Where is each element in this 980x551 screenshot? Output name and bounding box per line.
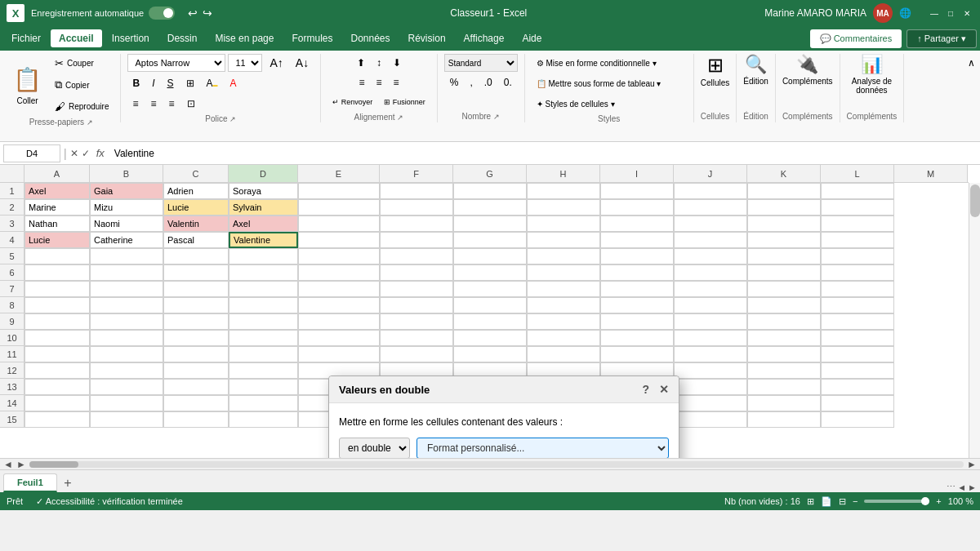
horizontal-scrollbar[interactable] <box>29 461 964 468</box>
mise-en-forme-conditionnelle-button[interactable]: ⚙ Mise en forme conditionnelle ▾ <box>532 54 687 72</box>
cell-c4[interactable]: Pascal <box>163 232 229 248</box>
menu-affichage[interactable]: Affichage <box>456 29 513 47</box>
decrease-decimal-button[interactable]: 0. <box>499 73 517 91</box>
cell-i1[interactable] <box>600 183 674 199</box>
horizontal-scrollbar-thumb[interactable] <box>29 461 78 468</box>
text-align-left-button[interactable]: ≡ <box>354 73 369 91</box>
cell-l4[interactable] <box>821 232 894 248</box>
percent-button[interactable]: % <box>445 73 464 91</box>
increase-decimal-button[interactable]: .0 <box>479 73 497 91</box>
cell-h1[interactable] <box>527 183 600 199</box>
cell-k3[interactable] <box>747 216 821 232</box>
cell-j1[interactable] <box>674 183 747 199</box>
redo-icon[interactable]: ↪ <box>203 7 212 20</box>
cell-h3[interactable] <box>527 216 600 232</box>
align-top-button[interactable]: ⬆ <box>352 54 370 72</box>
border-button[interactable]: ⊞ <box>181 74 199 92</box>
font-size-select[interactable]: 11 <box>228 54 262 72</box>
font-family-select[interactable]: Aptos Narrow <box>127 54 225 72</box>
commentaires-button[interactable]: 💬 Commentaires <box>810 29 902 48</box>
confirm-formula-icon[interactable]: ✓ <box>82 148 90 159</box>
align-middle-button[interactable]: ↕ <box>372 54 386 72</box>
cell-b3[interactable]: Naomi <box>90 216 163 232</box>
cell-h4[interactable] <box>527 232 600 248</box>
zoom-minus-button[interactable]: − <box>853 496 858 506</box>
view-normal-button[interactable]: ⊞ <box>807 496 814 507</box>
cell-a4[interactable]: Lucie <box>24 232 90 248</box>
text-align-right-button[interactable]: ≡ <box>388 73 403 91</box>
cell-a3[interactable]: Nathan <box>24 216 90 232</box>
align-left-button[interactable]: ≡ <box>127 95 143 113</box>
cell-f3[interactable] <box>380 216 453 232</box>
menu-fichier[interactable]: Fichier <box>3 29 49 47</box>
cell-c1[interactable]: Adrien <box>163 183 229 199</box>
copier-button[interactable]: ⧉ Copier <box>50 75 114 95</box>
cell-l3[interactable] <box>821 216 894 232</box>
cell-b2[interactable]: Mizu <box>90 199 163 216</box>
dialog-close-button[interactable]: ✕ <box>659 383 669 396</box>
cell-e3[interactable] <box>298 216 380 232</box>
cell-h2[interactable] <box>527 199 600 216</box>
menu-insertion[interactable]: Insertion <box>104 29 158 47</box>
cell-l1[interactable] <box>821 183 894 199</box>
cell-f1[interactable] <box>380 183 453 199</box>
undo-icon[interactable]: ↩ <box>188 7 198 20</box>
close-button[interactable]: ✕ <box>960 7 973 20</box>
next-sheet-button[interactable]: ► <box>968 482 977 492</box>
thousands-button[interactable]: , <box>465 73 477 91</box>
cell-b1[interactable]: Gaia <box>90 183 163 199</box>
cell-i4[interactable] <box>600 232 674 248</box>
scroll-right-button[interactable]: ► <box>16 459 26 470</box>
view-preview-button[interactable]: ⊟ <box>839 496 846 507</box>
align-center-button[interactable]: ≡ <box>146 95 162 113</box>
cell-i3[interactable] <box>600 216 674 232</box>
cell-e1[interactable] <box>298 183 380 199</box>
cell-g2[interactable] <box>453 199 527 216</box>
cancel-formula-icon[interactable]: ✕ <box>70 148 78 159</box>
vertical-scrollbar[interactable] <box>969 183 980 458</box>
auto-save-toggle[interactable] <box>149 7 175 20</box>
italic-button[interactable]: I <box>147 74 159 92</box>
increase-font-button[interactable]: A↑ <box>265 54 287 72</box>
prev-sheet-button[interactable]: ◄ <box>957 482 966 492</box>
cell-d4[interactable]: Valentine <box>229 232 298 248</box>
sheet-tab-feuil1[interactable]: Feuil1 <box>3 473 57 492</box>
cell-k4[interactable] <box>747 232 821 248</box>
bold-button[interactable]: B <box>127 74 145 92</box>
formula-input[interactable] <box>111 148 977 159</box>
scrollbar-thumb[interactable] <box>970 184 980 217</box>
menu-donnees[interactable]: Données <box>342 29 398 47</box>
align-bottom-button[interactable]: ⬇ <box>388 54 406 72</box>
cell-j3[interactable] <box>674 216 747 232</box>
menu-revision[interactable]: Révision <box>400 29 454 47</box>
cell-d1[interactable]: Soraya <box>229 183 298 199</box>
scroll-right-end-button[interactable]: ► <box>967 459 977 470</box>
styles-de-cellules-button[interactable]: ✦ Styles de cellules ▾ <box>532 95 687 113</box>
mettre-sous-forme-tableau-button[interactable]: 📋 Mettre sous forme de tableau ▾ <box>532 74 687 92</box>
zoom-slider[interactable] <box>864 500 929 503</box>
view-page-button[interactable]: 📄 <box>821 496 832 507</box>
zoom-plus-button[interactable]: + <box>936 496 941 506</box>
cell-d2[interactable]: Sylvain <box>229 199 298 216</box>
maximize-button[interactable]: □ <box>944 7 957 20</box>
cell-j2[interactable] <box>674 199 747 216</box>
reproduire-button[interactable]: 🖌 Reproduire <box>50 97 114 116</box>
underline-button[interactable]: S <box>163 74 179 92</box>
menu-aide[interactable]: Aide <box>514 29 550 47</box>
cell-k1[interactable] <box>747 183 821 199</box>
minimize-button[interactable]: — <box>928 7 941 20</box>
align-right-button[interactable]: ≡ <box>164 95 180 113</box>
ribbon-collapse-button[interactable]: ∧ <box>964 54 978 122</box>
font-color-button[interactable]: A <box>225 74 242 92</box>
cell-a1[interactable]: Axel <box>24 183 90 199</box>
cell-e2[interactable] <box>298 199 380 216</box>
menu-dessin[interactable]: Dessin <box>159 29 206 47</box>
cell-d3[interactable]: Axel <box>229 216 298 232</box>
cell-f2[interactable] <box>380 199 453 216</box>
cell-b4[interactable]: Catherine <box>90 232 163 248</box>
coller-button[interactable]: 📋 <box>8 64 47 95</box>
cell-g1[interactable] <box>453 183 527 199</box>
text-align-center-button[interactable]: ≡ <box>371 73 386 91</box>
cell-l2[interactable] <box>821 199 894 216</box>
cell-a2[interactable]: Marine <box>24 199 90 216</box>
